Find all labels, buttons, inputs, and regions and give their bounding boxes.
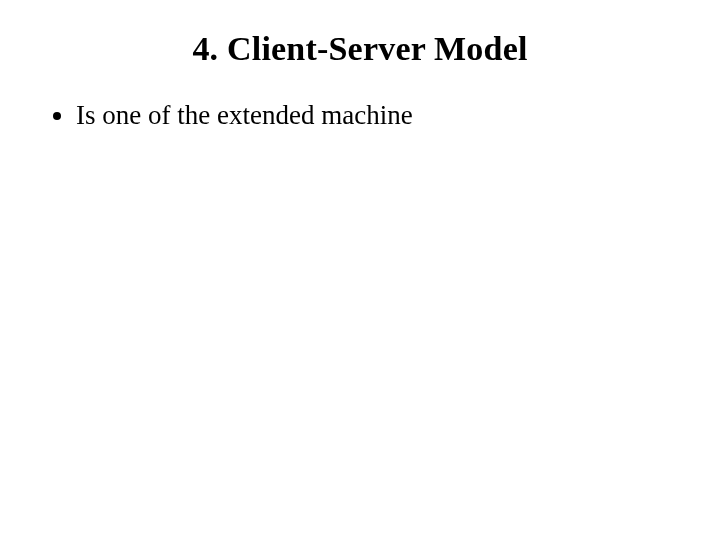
bullet-list: Is one of the extended machine <box>30 98 690 133</box>
slide: 4. Client-Server Model Is one of the ext… <box>0 0 720 540</box>
list-item: Is one of the extended machine <box>76 98 690 133</box>
slide-title: 4. Client-Server Model <box>30 30 690 68</box>
